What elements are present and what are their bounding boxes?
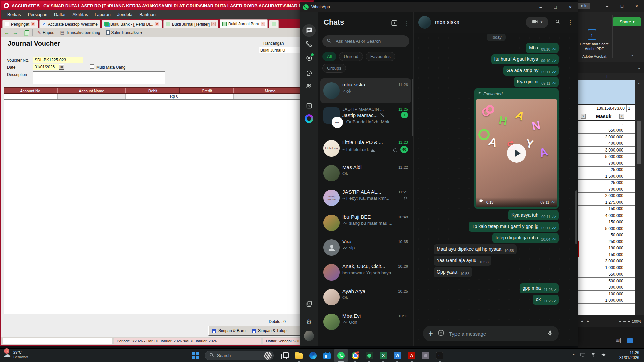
status-icon[interactable] xyxy=(302,52,316,64)
chat-list-item-mba-evi[interactable]: Mba Evi10:11Udh xyxy=(320,310,411,335)
start-button[interactable] xyxy=(192,352,199,359)
taskbar-icon-excel[interactable] xyxy=(376,349,390,362)
chat-list-item-mas-aldi[interactable]: Mas Aldi11:22Ok xyxy=(320,161,411,186)
excel-row[interactable]: 2.000.000 xyxy=(578,134,635,140)
taskbar-icon-task-view[interactable] xyxy=(278,349,292,362)
weather-widget[interactable]: 3 29°C Berawan xyxy=(3,350,28,359)
taskbar-icon-whatsapp[interactable] xyxy=(334,349,348,362)
share-button[interactable]: Share xyxy=(613,17,641,26)
tray-expand-icon[interactable] xyxy=(572,353,575,358)
out-message[interactable]: Tp kalo tetep mau ganti y gpp jg09:11 xyxy=(469,222,559,232)
chat-list-item-jastip-mamac[interactable]: JMCJASTIP MAMACIN ...11:25Jastip Mamac..… xyxy=(320,103,411,136)
table-cell[interactable] xyxy=(234,94,307,99)
recurring-transaction-button[interactable]: Transaksi berulang xyxy=(59,29,102,36)
close-tab-icon[interactable] xyxy=(155,22,159,26)
excel-row[interactable]: 5.000.000 xyxy=(578,225,635,232)
save-new-button[interactable]: Simpan & Baru xyxy=(208,326,249,336)
excel-row[interactable]: 150.000 xyxy=(578,206,635,213)
taskbar-icon-edge[interactable] xyxy=(306,349,320,362)
close-tab-icon[interactable] xyxy=(31,22,35,26)
tab-extra[interactable] xyxy=(269,20,279,28)
tab-bukti-jurnal-terfilter[interactable]: Bukti Jurnal [Terfilter] xyxy=(163,20,218,28)
chat-list-scrollbar[interactable] xyxy=(412,79,413,136)
excel-row[interactable]: 400.000 xyxy=(578,140,635,147)
volume-icon[interactable] xyxy=(601,352,606,359)
excel-row[interactable]: - xyxy=(578,121,635,127)
message-input[interactable]: Type a message xyxy=(449,331,542,337)
excel-row[interactable]: 100.000 xyxy=(578,291,635,297)
chat-list-item-jastip-ala-al[interactable]: Jastip AlaAlaJASTIP ALA AL...11:21~ Feby… xyxy=(320,186,411,210)
out-message[interactable]: tetep diganti ga mba10:04 xyxy=(492,233,559,243)
zoom-in-icon[interactable]: + xyxy=(628,319,630,323)
taskbar-icon-word[interactable] xyxy=(390,349,405,362)
chat-list-item-vira[interactable]: Vira10:35sip xyxy=(320,235,411,260)
chats-icon[interactable] xyxy=(302,24,316,37)
out-message[interactable]: Kya asya tuh09:11 xyxy=(508,210,559,220)
save-close-button[interactable]: Simpan & Tutup xyxy=(248,326,290,336)
chat-list-item-ayah-arya[interactable]: Ayah Arya10:25Ok xyxy=(320,285,411,310)
sheet-next-icon[interactable]: ► xyxy=(586,319,590,323)
archive-icon[interactable] xyxy=(302,100,316,112)
table-cell[interactable] xyxy=(180,94,234,99)
excel-row[interactable]: 1.000.000 xyxy=(578,297,635,304)
table-cell[interactable] xyxy=(58,94,126,99)
create-share-pdf-button[interactable]: Create and Share Adobe PDF xyxy=(578,42,611,51)
chat-list-item-little-lula-po[interactable]: Little LulaLittle Lula PO & ...11:23~ Li… xyxy=(320,136,411,161)
meta-ai-icon[interactable] xyxy=(302,113,316,125)
wifi-icon[interactable] xyxy=(590,352,596,359)
excel-row[interactable]: 4.000.000 xyxy=(578,212,635,219)
close-icon[interactable]: ✕ xyxy=(563,2,578,12)
excel-grid[interactable]: 139.158.433,00 1 Masuk -650.0002.000.000… xyxy=(578,80,635,315)
taskbar-search[interactable]: Search xyxy=(205,351,274,360)
calendar-icon[interactable] xyxy=(59,64,64,70)
zoom-out-icon[interactable]: − xyxy=(619,319,621,323)
excel-row[interactable]: 700.000 xyxy=(578,186,635,193)
table-cell[interactable] xyxy=(4,94,58,99)
sticker-icon[interactable] xyxy=(438,329,444,338)
zoom-slider[interactable]: ─ xyxy=(623,319,626,323)
grid-view-icon[interactable] xyxy=(615,338,621,343)
menu-berkas[interactable]: Berkas xyxy=(4,11,24,18)
out-message[interactable]: Ga ada strip ny09:11 xyxy=(503,66,559,76)
filter-dropdown-icon[interactable] xyxy=(619,114,624,119)
settings-gear-icon[interactable] xyxy=(302,316,316,328)
minimize-icon[interactable]: – xyxy=(600,4,614,9)
excel-row[interactable]: 250.000 xyxy=(578,238,635,245)
journal-table-body[interactable] xyxy=(4,99,306,314)
taskbar-icon-terminal[interactable] xyxy=(433,349,447,362)
copy-document-icon[interactable] xyxy=(25,30,29,35)
excel-row[interactable]: 3.000.000 xyxy=(578,147,635,154)
maximize-icon[interactable]: □ xyxy=(548,2,563,12)
minimize-icon[interactable]: – xyxy=(533,2,548,12)
maximize-icon[interactable]: □ xyxy=(614,4,629,9)
display-tray-icon[interactable] xyxy=(580,352,586,359)
copy-transaction-button[interactable]: Salin Transaksi xyxy=(105,29,144,36)
out-message[interactable]: gpp mba11:26 xyxy=(520,283,559,293)
message-input-bar[interactable]: + Type a message xyxy=(423,326,559,341)
profile-avatar[interactable] xyxy=(302,330,316,342)
excel-row[interactable]: 5.000.000 xyxy=(578,154,635,160)
video-message[interactable]: ForwardedCHANASYA0:1309:11 xyxy=(474,88,559,209)
conversation-scrollbar[interactable] xyxy=(575,190,577,244)
menu-aktifitas[interactable]: Aktifitas xyxy=(69,11,91,18)
sheet-prev-icon[interactable]: ◄ xyxy=(580,319,584,323)
menu-daftar[interactable]: Daftar xyxy=(51,11,69,18)
contact-avatar[interactable] xyxy=(418,16,431,29)
excel-row[interactable]: 550.000 xyxy=(578,271,635,278)
media-icon[interactable] xyxy=(302,298,316,310)
tab-buku-bank-perlu-di[interactable]: Buku Bank - [ Perlu Di... xyxy=(102,20,162,28)
tab-bukti-jurnal-baru[interactable]: Bukti Jurnal Baru xyxy=(220,19,268,28)
close-tab-icon[interactable] xyxy=(211,22,216,26)
menu-laporan[interactable]: Laporan xyxy=(92,11,114,18)
excel-row[interactable]: 1.275.000 xyxy=(578,199,635,206)
delete-button[interactable]: Hapus xyxy=(36,29,56,36)
excel-row[interactable]: 190.000 xyxy=(578,245,635,252)
microphone-icon[interactable] xyxy=(547,330,553,338)
menu-kebab-icon[interactable] xyxy=(404,20,409,27)
video-thumbnail[interactable]: CHANASYA0:1309:11 xyxy=(476,99,557,207)
chevron-down-icon[interactable] xyxy=(631,52,634,57)
taskbar-icon-app-grey[interactable] xyxy=(419,349,433,362)
taskbar-icon-file-explorer[interactable] xyxy=(292,349,306,362)
table-cell[interactable]: Rp 0 xyxy=(126,94,180,99)
filter-chip-groups[interactable]: Groups xyxy=(322,64,346,73)
